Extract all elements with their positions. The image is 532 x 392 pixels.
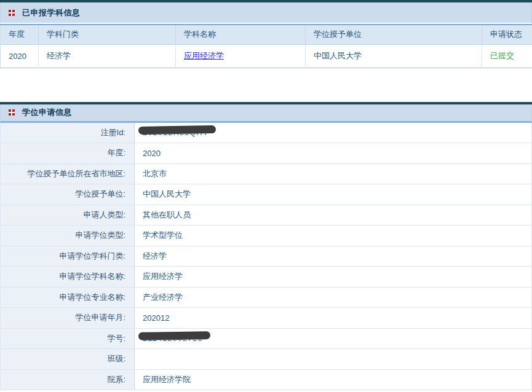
red-grid-icon [9,10,15,16]
field-value [135,349,531,369]
field-value: 北京市 [135,164,531,184]
field-value-text: 应用经济学 [143,272,183,281]
field-label: 班级: [1,349,135,369]
field-value: 中国人民大学 [135,184,531,205]
subject-name-link[interactable]: 应用经济学 [184,51,224,60]
degree-application-section: 学位申请信息 注册Id: 202012H55QHY 年度: 2020 学位授予单… [0,102,532,391]
field-label: 学号: [1,329,135,349]
field-value: 应用经济学院 [135,370,531,390]
column-header-university: 学位授予单位 [306,25,482,44]
status-badge: 已提交 [490,51,514,60]
form-row: 申请学位类型: 学术型学位 [1,225,531,246]
field-value-text: 北京市 [143,169,167,178]
field-label: 学位授予单位所在省市地区: [1,164,135,184]
field-value-wrap: 产业经济学 [143,292,183,303]
field-value: 应用经济学 [135,267,531,287]
redaction-scribble [138,125,216,135]
field-label: 申请学位学科名称: [1,267,135,287]
field-label: 年度: [1,143,135,163]
field-value: 产业经济学 [135,288,531,308]
cell-university: 中国人民大学 [306,44,482,68]
field-value-wrap: 应用经济学院 [143,374,191,385]
form-row: 申请学位学科门类: 经济学 [1,246,531,267]
field-value-text: 202012 [143,313,169,323]
form-row: 学位授予单位所在省市地区: 北京市 [1,164,531,185]
field-value-text: 中国人民大学 [143,189,191,198]
degree-form-rows: 注册Id: 202012H55QHY 年度: 2020 学位授予单位所在省市地区… [0,123,532,391]
field-label: 院系: [1,370,135,390]
form-row: 申请学位专业名称: 产业经济学 [1,288,531,308]
form-row: 年度: 2020 [1,143,531,164]
field-value-text: 2020 [143,149,161,158]
column-header-status: 申请状态 [482,25,532,44]
field-value: 其他在职人员 [135,205,531,225]
column-header-year: 年度 [1,25,39,44]
form-row: 院系: 应用经济学院 [1,370,531,391]
field-value-text: 经济学 [143,251,167,261]
field-label: 申请人类型: [1,205,135,225]
field-value-wrap: 其他在职人员 [143,210,191,221]
page: { "colors": { "accent_dark_teal": "#1d4a… [0,0,532,392]
field-value-wrap: 2020 [143,149,161,158]
field-value: 学术型学位 [135,225,531,246]
field-value-wrap: 学术型学位 [143,230,183,241]
field-value-wrap: 应用经济学 [143,271,183,282]
section-title: 学位申请信息 [22,107,72,118]
form-row: 申请人类型: 其他在职人员 [1,205,531,226]
section-title: 已申报学科信息 [22,7,81,18]
field-label: 学位申请年月: [1,308,135,328]
cell-subject: 应用经济学 [176,44,306,68]
field-value: 202012 [135,308,531,328]
column-header-subject: 学科名称 [176,25,306,44]
field-label: 学位授予单位: [1,184,135,205]
declared-subjects-header: 已申报学科信息 [0,2,532,24]
cell-category: 经济学 [39,44,176,68]
field-value-wrap: 202012 [143,313,169,323]
table-header-row: 年度 学科门类 学科名称 学位授予单位 申请状态 [1,25,532,44]
field-value: 经济学 [135,246,531,267]
form-row: 申请学位学科名称: 应用经济学 [1,267,531,288]
redaction-scribble [138,331,210,340]
form-row: 班级: [1,349,531,370]
field-label: 申请学位学科门类: [1,246,135,267]
form-row: 学位授予单位: 中国人民大学 [1,184,531,205]
form-row: 注册Id: 202012H55QHY [1,123,531,144]
field-value: 211412002726 [135,329,531,349]
field-value-wrap: 经济学 [143,251,167,262]
field-value-text: 其他在职人员 [143,210,191,219]
field-value-wrap: 211412002726 [143,334,203,343]
red-grid-icon [9,109,15,116]
field-label: 注册Id: [1,123,135,143]
field-value-wrap: 中国人民大学 [143,189,191,200]
form-row: 学号: 211412002726 [1,329,531,350]
form-row: 学位申请年月: 202012 [1,308,531,329]
cell-year: 2020 [1,44,39,68]
degree-application-header: 学位申请信息 [0,104,532,123]
field-value-text: 应用经济学院 [143,375,191,384]
declared-subjects-section: 已申报学科信息 年度 学科门类 学科名称 学位授予单位 申请状态 2020 经济… [0,0,532,68]
declared-subjects-table: 年度 学科门类 学科名称 学位授予单位 申请状态 2020 经济学 应用经济学 … [0,24,532,68]
field-value-text: 学术型学位 [143,230,183,240]
field-label: 申请学位专业名称: [1,288,135,308]
cell-status: 已提交 [482,44,532,68]
field-value-wrap: 202012H55QHY [143,128,208,137]
field-value: 2020 [135,143,531,163]
field-value: 202012H55QHY [135,123,531,143]
column-header-category: 学科门类 [39,25,176,44]
table-row: 2020 经济学 应用经济学 中国人民大学 已提交 [1,44,532,68]
field-value-wrap: 北京市 [143,168,167,179]
field-label: 申请学位类型: [1,225,135,246]
field-value-text: 产业经济学 [143,292,183,302]
